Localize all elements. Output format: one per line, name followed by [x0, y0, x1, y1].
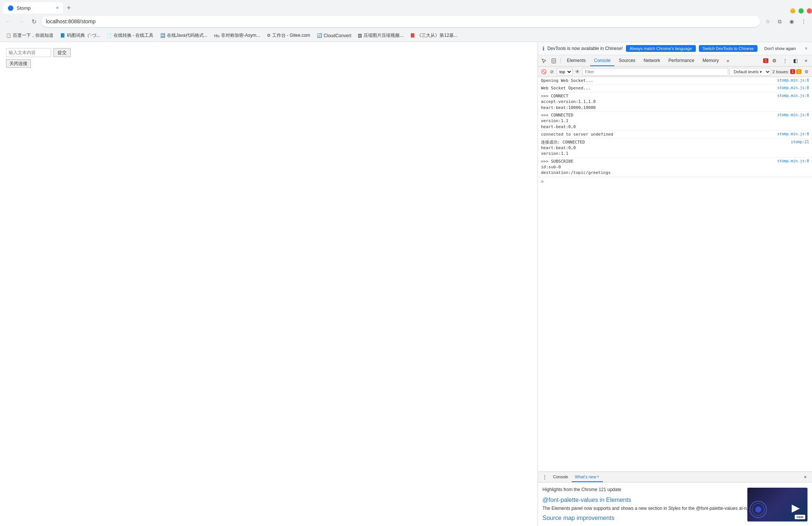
devtools-toolbar: Elements Console Sources Network Perform…: [538, 55, 812, 67]
menu-icon[interactable]: ⋮: [798, 16, 809, 27]
submit-button[interactable]: 提交: [53, 48, 71, 57]
devtools-settings-button[interactable]: ⚙: [770, 56, 779, 65]
video-thumbnail[interactable]: ▶ new: [747, 488, 807, 521]
bookmark-baidu[interactable]: 📋 百度一下，你就知道: [3, 31, 56, 40]
bottom-panel-more-button[interactable]: ⋮: [540, 473, 549, 482]
console-filter-toggle[interactable]: ⊘: [548, 68, 555, 75]
log-text: <<< CONNECTED version:1.1 heart-beat:0,0: [541, 112, 774, 130]
page-content: 提交 关闭连接: [0, 42, 538, 526]
forward-button[interactable]: →: [16, 16, 26, 27]
bookmark-image-compress[interactable]: 🖼 压缩图片压缩视频...: [355, 31, 406, 40]
bottom-panel-close-button[interactable]: ×: [801, 473, 810, 482]
devtools-inspect-icon[interactable]: [539, 56, 548, 65]
page-form: 提交 关闭连接: [6, 48, 532, 68]
main-area: 提交 关闭连接 ℹ DevTools is now available in C…: [0, 42, 812, 526]
log-entry-connect: >>> CONNECT accept-version:1.1,1.0 heart…: [538, 92, 812, 112]
bookmark-gitee[interactable]: ⚙ 工作台 - Gitee.com: [264, 31, 313, 40]
context-selector[interactable]: top: [557, 68, 573, 76]
bookmark-icon: 🔤: [160, 33, 165, 38]
devtools-notification: ℹ DevTools is now available in Chinese! …: [538, 42, 812, 55]
form-row: 提交: [6, 48, 71, 57]
log-source[interactable]: stomp.min.js:8: [777, 78, 809, 82]
log-source[interactable]: stomp.min.js:8: [777, 93, 809, 98]
console-filter-toolbar: 🚫 ⊘ top 👁 Default levels ▾ 2 Issues: 1 1…: [538, 67, 812, 77]
tab-console-label: Console: [594, 58, 611, 63]
bookmark-icon: 🔄: [317, 33, 322, 38]
console-settings-icon[interactable]: ⚙: [803, 68, 810, 75]
bottom-tab-close-button[interactable]: ×: [596, 475, 600, 479]
log-level-selector[interactable]: Default levels ▾: [730, 68, 771, 76]
log-text: connected to server undefined: [541, 132, 774, 137]
browser-tab[interactable]: 🔵 Stomp ×: [3, 2, 63, 14]
bookmark-book[interactable]: 📕 《三大从》第12基...: [407, 31, 460, 40]
close-connection-button[interactable]: 关闭连接: [6, 59, 31, 68]
address-icons: ☆ ⧉ ◉ ⋮: [762, 16, 809, 27]
bottom-tab-console-label: Console: [553, 475, 568, 479]
address-bar: ← → ↻ ☆ ⧉ ◉ ⋮: [0, 14, 812, 29]
bookmark-icon: 📋: [6, 33, 11, 38]
console-log-area: Opening Web Socket... stomp.min.js:8 Web…: [538, 77, 812, 472]
video-play-button[interactable]: ▶: [792, 502, 800, 514]
back-button[interactable]: ←: [3, 16, 14, 27]
devtools-dock-button[interactable]: ◧: [791, 56, 800, 65]
text-input[interactable]: [6, 48, 51, 57]
tab-memory[interactable]: Memory: [699, 55, 723, 66]
tab-performance[interactable]: Performance: [665, 55, 698, 66]
tab-title: Stomp: [17, 5, 31, 11]
notification-text: DevTools is now available in Chinese!: [547, 46, 623, 51]
always-match-language-button[interactable]: Always match Chrome's language: [626, 45, 696, 52]
clear-console-button[interactable]: 🚫: [540, 68, 547, 75]
profile-icon[interactable]: ◉: [786, 16, 797, 27]
reload-button[interactable]: ↻: [29, 16, 39, 27]
maximize-button[interactable]: □: [798, 8, 804, 14]
bookmark-asym[interactable]: Hu 非对称加密-Asym...: [211, 31, 263, 40]
tab-sources[interactable]: Sources: [615, 55, 639, 66]
more-tabs-button[interactable]: »: [723, 56, 732, 65]
bookmark-dict[interactable]: 📘 码图词典（'·づ...: [57, 31, 103, 40]
log-entry-opening: Opening Web Socket... stomp.min.js:8: [538, 77, 812, 85]
log-source[interactable]: stomp.min.js:8: [777, 132, 809, 136]
log-source[interactable]: stomp.min.js:8: [777, 112, 809, 117]
svg-point-2: [553, 62, 554, 63]
log-entry-opened: Web Socket Opened... stomp.min.js:8: [538, 85, 812, 92]
tab-favicon: 🔵: [8, 5, 14, 11]
tab-console[interactable]: Console: [590, 55, 614, 66]
new-tab-button[interactable]: +: [63, 2, 74, 14]
minimize-button[interactable]: —: [790, 8, 795, 14]
tab-elements[interactable]: Elements: [563, 55, 589, 66]
log-source[interactable]: stomp.min.js:8: [777, 85, 809, 90]
log-text: Opening Web Socket...: [541, 78, 774, 83]
extensions-icon[interactable]: ⧉: [774, 16, 785, 27]
devtools-more-button[interactable]: ⋮: [780, 56, 789, 65]
bookmark-star-icon[interactable]: ☆: [762, 16, 773, 27]
warning-badge: 1: [796, 69, 801, 74]
bottom-tab-whats-new[interactable]: What's new ×: [572, 472, 603, 482]
log-source[interactable]: stomp:21: [791, 139, 809, 144]
filter-input[interactable]: [582, 68, 728, 76]
bottom-tab-console[interactable]: Console: [550, 472, 571, 482]
tab-network[interactable]: Network: [640, 55, 664, 66]
eye-icon[interactable]: 👁: [574, 68, 581, 75]
bookmark-cloudconvert[interactable]: 🔄 CloudConvert: [314, 32, 354, 39]
bookmark-label: 《三大从》第12基...: [417, 32, 457, 39]
bookmark-converter[interactable]: 📄 在线转换 - 在线工具: [104, 31, 157, 40]
tab-close-button[interactable]: ×: [56, 5, 59, 11]
devtools-close-button[interactable]: ×: [801, 56, 810, 65]
devtools-device-icon[interactable]: [549, 56, 558, 65]
log-source[interactable]: stomp.min.js:8: [777, 159, 809, 163]
back-icon: ←: [5, 18, 11, 25]
console-prompt: >: [538, 177, 812, 186]
bookmark-label: 非对称加密-Asym...: [221, 32, 260, 39]
issues-count: 2 Issues: 1 1: [773, 69, 801, 74]
close-window-button[interactable]: ×: [807, 8, 812, 14]
svg-rect-1: [553, 59, 555, 62]
notification-close-button[interactable]: ×: [805, 46, 807, 51]
address-input[interactable]: [41, 16, 760, 27]
bookmark-java-format[interactable]: 🔤 在线Java代码格式...: [157, 31, 210, 40]
window-controls: — □ ×: [790, 8, 812, 14]
switch-devtools-language-button[interactable]: Switch DevTools to Chinese: [699, 45, 757, 52]
dont-show-again-button[interactable]: Don't show again: [760, 45, 800, 52]
info-icon: ℹ: [542, 45, 544, 51]
tab-memory-label: Memory: [703, 58, 719, 63]
bookmark-icon: ⚙: [267, 33, 271, 38]
